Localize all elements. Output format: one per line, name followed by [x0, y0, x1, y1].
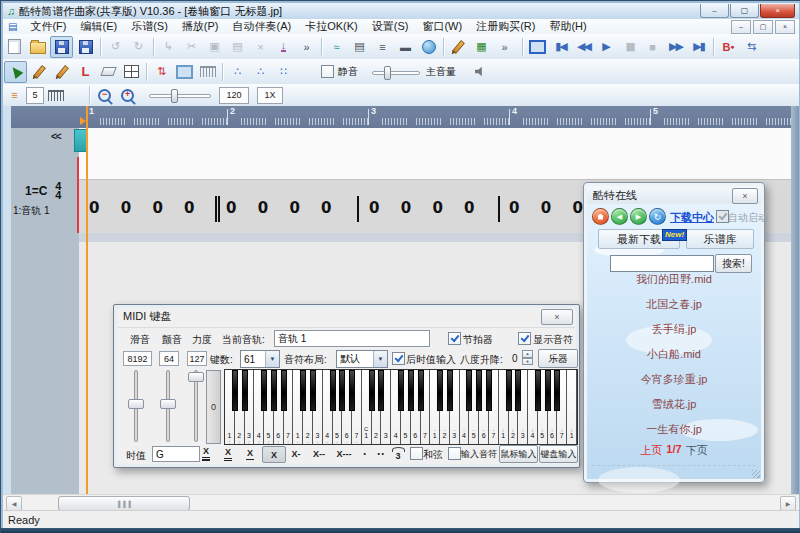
spin-up-icon[interactable]: ▲	[522, 350, 533, 358]
mute-checkbox[interactable]	[321, 65, 334, 78]
rest-note[interactable]: 0	[432, 199, 442, 217]
file-item[interactable]: 一生有你.jp	[584, 417, 764, 442]
rest-note[interactable]: 0	[369, 199, 379, 217]
pitch-bend-thumb[interactable]	[128, 399, 144, 409]
ruler-button[interactable]	[197, 62, 218, 82]
piano-black-key[interactable]	[554, 370, 560, 411]
stop-button[interactable]: ■	[642, 37, 663, 57]
file-item[interactable]: 小白船.mid	[584, 342, 764, 367]
speed-field[interactable]: 1X	[257, 87, 283, 104]
note-group-2-button[interactable]: ∴	[250, 62, 271, 82]
file-item[interactable]: 今宵多珍重.jp	[584, 367, 764, 392]
duration-button[interactable]: ·	[358, 446, 372, 461]
redo-button[interactable]: ↻	[128, 37, 149, 57]
piano-black-key[interactable]	[476, 370, 482, 411]
piano-black-key[interactable]	[418, 370, 424, 411]
piano-black-key[interactable]	[398, 370, 404, 411]
spin-down-icon[interactable]: ▼	[522, 358, 533, 366]
pitch-bend-slider[interactable]	[128, 370, 144, 442]
rest-note[interactable]: 0	[321, 199, 331, 217]
delete-button[interactable]: ×	[250, 37, 271, 57]
eraser-tool-button[interactable]	[98, 62, 119, 82]
key-count-dropdown[interactable]: 61▼	[240, 350, 280, 368]
pencil-tool-button[interactable]	[29, 62, 50, 82]
rest-note[interactable]: 0	[401, 199, 411, 217]
tempo-field[interactable]: 120	[219, 87, 249, 104]
piano-black-key[interactable]	[369, 370, 375, 411]
more-tools-button[interactable]: »	[296, 37, 317, 57]
chord-checkbox[interactable]	[410, 447, 423, 460]
loop-button[interactable]: ⇆	[741, 37, 762, 57]
duration-button[interactable]: 3	[390, 446, 406, 461]
note-layout-dropdown[interactable]: 默认▼	[336, 350, 388, 368]
home-button[interactable]	[592, 208, 609, 225]
piano-black-key[interactable]	[261, 370, 267, 411]
mouse-input-button[interactable]: 鼠标输入	[499, 445, 538, 463]
piano-black-key[interactable]	[506, 370, 512, 411]
note-group-1-button[interactable]: ∴	[227, 62, 248, 82]
metronome-checkbox[interactable]	[448, 332, 461, 345]
rewind-button[interactable]: ◀◀	[573, 37, 594, 57]
next-page-link[interactable]: 下页	[686, 443, 708, 458]
velocity-thumb[interactable]	[188, 372, 204, 382]
duration-button[interactable]: X---	[332, 446, 356, 461]
new-file-button[interactable]	[4, 37, 25, 57]
octave-strip[interactable]: 0	[206, 370, 221, 444]
pause-button[interactable]: ▮▮	[619, 37, 640, 57]
duration-button[interactable]: X	[262, 446, 286, 463]
menu-item[interactable]: 帮助(H)	[542, 19, 593, 34]
lyrics-tool-button[interactable]: L	[75, 62, 96, 82]
grid-tool-button[interactable]	[121, 62, 142, 82]
piano-black-key[interactable]	[310, 370, 316, 411]
speaker-button[interactable]	[470, 62, 491, 82]
piano-black-key[interactable]	[330, 370, 336, 411]
piano-black-key[interactable]	[437, 370, 443, 411]
duration-button[interactable]: ··	[374, 446, 388, 461]
tab-score-library[interactable]: 乐谱库	[686, 229, 754, 249]
save-button[interactable]	[50, 36, 73, 58]
piano-black-key[interactable]	[466, 370, 472, 411]
menu-item[interactable]: 卡拉OK(K)	[298, 19, 365, 34]
pointer-tool-button[interactable]	[4, 61, 27, 83]
back-button[interactable]: ◀	[611, 208, 628, 225]
input-note-checkbox[interactable]	[448, 447, 461, 460]
piano-black-key[interactable]	[378, 370, 384, 411]
web-button[interactable]	[418, 37, 439, 57]
piano-black-key[interactable]	[242, 370, 248, 411]
piano-black-key[interactable]	[545, 370, 551, 411]
menu-item[interactable]: 文件(F)	[23, 19, 73, 34]
stave-count-field[interactable]: 5	[26, 87, 44, 104]
resize-grip[interactable]	[752, 470, 760, 478]
keyboard-view-button[interactable]: ▬	[395, 37, 416, 57]
screen-button[interactable]	[527, 37, 548, 57]
scrollbar-thumb[interactable]: ▐▐▐	[58, 496, 190, 511]
save-as-button[interactable]	[75, 37, 96, 57]
rest-note[interactable]: 0	[289, 199, 299, 217]
forward-button[interactable]: ▶	[630, 208, 647, 225]
more-views-button[interactable]: »	[494, 37, 515, 57]
menu-item[interactable]: 设置(S)	[365, 19, 416, 34]
file-item[interactable]: 雪绒花.jp	[584, 392, 764, 417]
skip-to-start-button[interactable]: ▮◀	[550, 37, 571, 57]
rest-note[interactable]: 0	[121, 199, 131, 217]
duration-button[interactable]: X	[218, 446, 238, 461]
undo-button[interactable]: ↺	[105, 37, 126, 57]
midi-dialog-titlebar[interactable]: MIDI 键盘	[114, 305, 579, 327]
velocity-slider[interactable]	[188, 370, 204, 442]
play-button[interactable]: ▶	[596, 37, 617, 57]
scroll-left-button[interactable]: ◀	[6, 496, 22, 511]
menu-item[interactable]: 窗口(W)	[415, 19, 469, 34]
mdi-minimize-button[interactable]: –	[731, 20, 751, 34]
window-minimize-button[interactable]: –	[700, 4, 729, 18]
duration-button[interactable]: X-	[286, 446, 306, 461]
piano-black-key[interactable]	[408, 370, 414, 411]
piano-keyboard[interactable]: 1:2:3:4:5:6:7:1·2·3·4·5·6·7·C1234567·1·2…	[224, 369, 578, 445]
collapse-track-button[interactable]: <<	[51, 131, 61, 142]
image-button[interactable]	[174, 62, 195, 82]
midi-dialog-close-button[interactable]: ×	[541, 309, 573, 325]
playhead-line[interactable]	[86, 106, 88, 494]
duration-button[interactable]: X	[240, 446, 260, 461]
show-notes-checkbox[interactable]	[518, 332, 531, 345]
cut-button[interactable]: ✂	[181, 37, 202, 57]
dropdown-arrow-icon[interactable]: ▼	[265, 351, 279, 367]
